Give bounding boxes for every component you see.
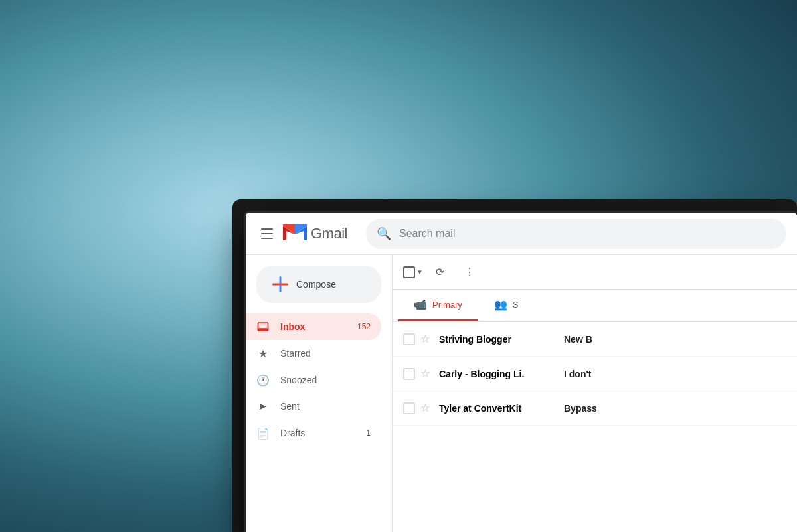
- email-list-panel: ▼ ⟳ ⋮ 📹 Primary 👥 S: [392, 255, 797, 532]
- email-checkbox[interactable]: [403, 368, 415, 380]
- gmail-logo-area: Gmail: [283, 224, 347, 242]
- email-subject: New B: [564, 334, 786, 345]
- sidebar-starred-label: Starred: [280, 348, 311, 359]
- menu-button[interactable]: [256, 223, 278, 244]
- search-bar[interactable]: 🔍 Search mail: [366, 219, 786, 249]
- star-icon[interactable]: ☆: [420, 333, 434, 346]
- social-tab-icon: 👥: [494, 298, 507, 311]
- sidebar-sent-label: Sent: [280, 401, 300, 412]
- email-sender: Striving Blogger: [439, 334, 559, 345]
- hamburger-line: [261, 228, 273, 230]
- snoozed-icon: 🕐: [256, 373, 270, 387]
- star-icon[interactable]: ☆: [420, 402, 434, 415]
- email-row[interactable]: ☆ Carly - Blogging Li. I don't: [393, 357, 797, 391]
- gmail-m-logo: [283, 224, 307, 242]
- gmail-app: Gmail 🔍 Search mail Compose: [246, 213, 797, 532]
- topbar: Gmail 🔍 Search mail: [246, 213, 797, 255]
- email-sender: Carly - Blogging Li.: [439, 369, 559, 379]
- tab-social[interactable]: 👥 S: [478, 290, 535, 321]
- sidebar-snoozed-label: Snoozed: [280, 375, 317, 385]
- select-all-checkbox[interactable]: [403, 266, 415, 278]
- more-options-button[interactable]: ⋮: [458, 260, 482, 284]
- email-checkbox[interactable]: [403, 402, 415, 414]
- email-checkbox[interactable]: [403, 333, 415, 345]
- social-tab-label: S: [513, 300, 519, 310]
- email-sender: Tyler at ConvertKit: [439, 403, 559, 414]
- inbox-tabs: 📹 Primary 👥 S: [393, 290, 797, 322]
- drafts-count: 1: [366, 428, 371, 438]
- inbox-count: 152: [357, 322, 371, 331]
- sent-icon: ►: [256, 400, 270, 413]
- inbox-icon: [256, 320, 270, 333]
- app-title: Gmail: [311, 225, 347, 242]
- starred-icon: ★: [256, 347, 270, 360]
- sidebar-item-inbox[interactable]: Inbox 152: [246, 313, 381, 340]
- email-row[interactable]: ☆ Tyler at ConvertKit Bypass: [393, 391, 797, 426]
- compose-plus-icon: [272, 276, 288, 292]
- star-icon[interactable]: ☆: [420, 367, 434, 381]
- hamburger-line: [261, 238, 273, 239]
- sidebar-item-starred[interactable]: ★ Starred: [246, 340, 381, 367]
- primary-tab-label: Primary: [432, 300, 462, 310]
- sidebar-inbox-label: Inbox: [280, 321, 305, 332]
- email-row[interactable]: ☆ Striving Blogger New B: [393, 322, 797, 357]
- search-icon: 🔍: [377, 226, 391, 241]
- tab-primary[interactable]: 📹 Primary: [398, 290, 478, 321]
- select-chevron-icon[interactable]: ▼: [416, 268, 423, 276]
- gmail-main: Compose Inbox 152 ★ Starred 🕐: [246, 255, 797, 532]
- drafts-icon: 📄: [256, 426, 270, 440]
- sidebar: Compose Inbox 152 ★ Starred 🕐: [246, 255, 392, 532]
- sidebar-item-snoozed[interactable]: 🕐 Snoozed: [246, 367, 381, 393]
- email-subject: Bypass: [564, 403, 786, 414]
- compose-label: Compose: [296, 279, 336, 290]
- compose-button[interactable]: Compose: [256, 266, 381, 303]
- search-placeholder: Search mail: [399, 228, 455, 240]
- primary-tab-icon: 📹: [414, 298, 427, 311]
- sidebar-item-drafts[interactable]: 📄 Drafts 1: [246, 420, 381, 446]
- sidebar-item-sent[interactable]: ► Sent: [246, 393, 381, 420]
- email-rows: ☆ Striving Blogger New B ☆ Carly - Blogg…: [393, 322, 797, 532]
- sidebar-drafts-label: Drafts: [280, 428, 305, 438]
- select-all-dropdown[interactable]: ▼: [403, 266, 423, 278]
- gmail-screen: Gmail 🔍 Search mail Compose: [246, 213, 797, 532]
- list-toolbar: ▼ ⟳ ⋮: [393, 255, 797, 290]
- email-subject: I don't: [564, 369, 786, 379]
- refresh-button[interactable]: ⟳: [428, 260, 452, 284]
- hamburger-line: [261, 233, 273, 234]
